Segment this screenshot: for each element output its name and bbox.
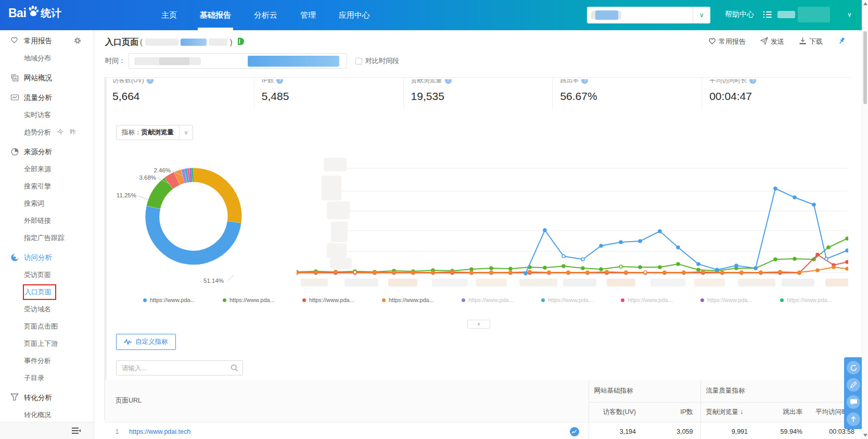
data-point-marker[interactable]	[490, 271, 493, 274]
entry-page-share-donut-chart[interactable]: 51.14%11.25%3.68%2.46%	[109, 154, 281, 294]
sidebar-item-网站概况[interactable]: 网站概况	[0, 69, 94, 86]
sidebar-item-外部链接[interactable]: 外部链接	[0, 212, 94, 229]
gear-icon[interactable]	[74, 37, 81, 46]
data-point-marker[interactable]	[644, 271, 647, 274]
help-icon[interactable]: ?	[749, 79, 756, 84]
data-point-marker[interactable]	[759, 271, 762, 274]
baidu-tongji-logo[interactable]: Bai 统计	[8, 6, 61, 20]
donut-slice[interactable]	[183, 176, 186, 177]
data-point-marker[interactable]	[586, 271, 589, 274]
help-icon[interactable]: ?	[276, 79, 283, 84]
data-point-marker[interactable]	[547, 271, 551, 274]
data-point-marker[interactable]	[297, 271, 298, 274]
chat-float-button[interactable]	[847, 395, 860, 409]
legend-item[interactable]: https://www.pda...	[223, 297, 302, 303]
data-point-marker[interactable]	[846, 267, 848, 270]
edit-float-button[interactable]	[847, 378, 860, 392]
data-point-marker[interactable]	[567, 271, 570, 274]
trend-line-series[interactable]	[297, 239, 847, 272]
entry-page-trend-line-chart[interactable]	[297, 154, 848, 294]
chevron-down-icon[interactable]: ∨	[693, 7, 710, 23]
column-header-页面URL[interactable]: 页面URL	[105, 380, 589, 422]
data-point-marker[interactable]	[701, 270, 705, 273]
search-icon[interactable]	[231, 364, 238, 374]
back-to-top-float-button[interactable]	[847, 412, 860, 426]
compare-period-checkbox[interactable]	[355, 58, 362, 65]
donut-slice[interactable]	[194, 175, 235, 222]
data-point-marker[interactable]	[639, 266, 642, 269]
data-point-marker[interactable]	[581, 258, 584, 261]
report-action-下载[interactable]: 下载	[799, 37, 823, 46]
refresh-float-button[interactable]	[847, 361, 860, 374]
data-point-marker[interactable]	[793, 196, 796, 199]
user-account-redacted[interactable]	[798, 7, 830, 22]
data-point-marker[interactable]	[832, 266, 835, 269]
help-icon[interactable]: ?	[581, 79, 588, 84]
sidebar-item-流量分析[interactable]: 流量分析	[0, 89, 94, 106]
metric-selector-dropdown[interactable]: 指标：贡献浏览量 ∨	[116, 125, 193, 140]
data-point-marker[interactable]	[735, 264, 738, 267]
data-point-marker[interactable]	[676, 262, 680, 266]
data-point-marker[interactable]	[825, 257, 828, 260]
data-point-marker[interactable]	[798, 271, 801, 274]
column-header-IP数[interactable]: IP数	[643, 402, 700, 422]
data-point-marker[interactable]	[774, 187, 777, 190]
data-point-marker[interactable]	[562, 265, 565, 268]
data-point-marker[interactable]	[663, 271, 666, 274]
data-point-marker[interactable]	[846, 237, 848, 240]
chevron-down-icon[interactable]: ∨	[847, 11, 852, 18]
nav-tab-应用中心[interactable]: 应用中心	[327, 0, 381, 30]
data-point-marker[interactable]	[721, 271, 724, 274]
data-point-marker[interactable]	[778, 270, 782, 273]
legend-item[interactable]: https://www.pda...	[462, 297, 541, 303]
data-point-marker[interactable]	[754, 267, 757, 270]
data-point-marker[interactable]	[793, 257, 796, 260]
sidebar-item-转化概况[interactable]: 转化概况	[0, 406, 94, 423]
data-point-marker[interactable]	[658, 230, 661, 233]
data-point-marker[interactable]	[581, 267, 584, 270]
data-point-marker[interactable]	[816, 269, 819, 272]
help-center-link[interactable]: 帮助中心	[725, 10, 754, 19]
data-point-marker[interactable]	[812, 203, 815, 206]
data-point-marker[interactable]	[392, 271, 395, 274]
data-point-marker[interactable]	[470, 268, 473, 271]
data-point-marker[interactable]	[697, 268, 700, 271]
data-point-marker[interactable]	[605, 270, 608, 273]
data-point-marker[interactable]	[740, 271, 743, 274]
data-point-marker[interactable]	[509, 267, 512, 270]
data-point-marker[interactable]	[816, 253, 819, 256]
page-url-link[interactable]: https://www.pdai.tech	[129, 428, 190, 435]
report-action-发送[interactable]: 发送	[760, 37, 784, 46]
legend-item[interactable]: https://www.pda...	[382, 297, 462, 303]
sidebar-item-访问分析[interactable]: 访问分析	[0, 249, 94, 266]
pin-report-button[interactable]	[837, 36, 846, 47]
site-selector-dropdown[interactable]: ∨	[587, 7, 710, 23]
data-point-marker[interactable]	[619, 265, 622, 268]
sidebar-item-地域分布[interactable]: 地域分布	[0, 49, 94, 67]
sidebar-item-页面点击图[interactable]: 页面点击图	[0, 318, 94, 335]
data-point-marker[interactable]	[658, 266, 661, 269]
donut-slice[interactable]	[169, 179, 176, 183]
legend-item[interactable]: https://www.pda...	[700, 297, 780, 303]
data-point-marker[interactable]	[639, 240, 642, 243]
sidebar-item-指定广告跟踪[interactable]: 指定广告跟踪	[0, 229, 94, 246]
data-point-marker[interactable]	[624, 271, 628, 274]
data-point-marker[interactable]	[827, 246, 830, 249]
chart-collapse-toggle[interactable]: ∧	[467, 320, 490, 329]
data-point-marker[interactable]	[619, 241, 622, 244]
help-icon[interactable]: ?	[445, 79, 452, 84]
data-point-marker[interactable]	[509, 271, 512, 274]
date-range-picker[interactable]	[129, 53, 347, 69]
donut-slice[interactable]	[152, 207, 234, 257]
nav-tab-基础报告[interactable]: 基础报告	[188, 0, 242, 30]
donut-slice[interactable]	[177, 177, 183, 179]
scrollbar-thumb[interactable]	[863, 31, 867, 104]
search-input[interactable]	[116, 360, 243, 375]
sidebar-item-全部来源[interactable]: 全部来源	[0, 160, 94, 178]
data-point-marker[interactable]	[314, 271, 317, 274]
sort-desc-icon[interactable]: ↓	[740, 408, 743, 416]
trend-icon[interactable]	[570, 427, 579, 436]
sidebar-item-受访域名[interactable]: 受访域名	[0, 300, 94, 318]
nav-tab-分析云[interactable]: 分析云	[242, 0, 289, 30]
page-scrollbar[interactable]	[862, 0, 868, 439]
